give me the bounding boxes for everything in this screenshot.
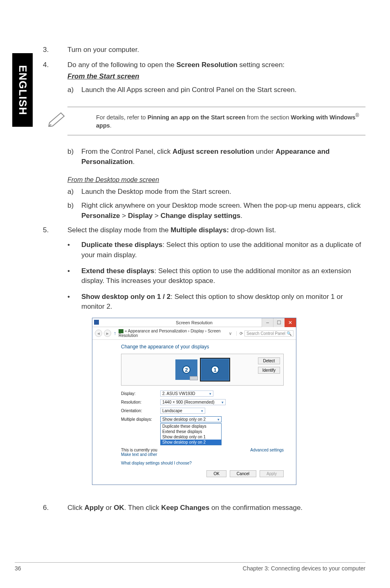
option-only-2[interactable]: Show desktop only on 2 <box>161 440 221 445</box>
note-box: For details, refer to Pinning an app on … <box>67 107 365 136</box>
window-buttons: – ☐ ✕ <box>262 318 296 327</box>
text: > <box>120 212 128 220</box>
back-button[interactable]: ◄ <box>95 330 102 337</box>
option-only-1[interactable]: Show desktop only on 1 <box>161 434 221 440</box>
select-resolution[interactable]: 1440 × 900 (Recommended)▾ <box>160 399 226 405</box>
term: Screen Resolution <box>177 61 238 69</box>
dialog-buttons: OK Cancel Apply <box>121 470 284 477</box>
substep-label: a) <box>67 187 81 197</box>
term: OK <box>114 504 124 512</box>
step-number: 5. <box>43 225 67 236</box>
term: Apply <box>85 504 104 512</box>
step-body: Click Apply or OK. Then click Keep Chang… <box>67 503 365 513</box>
label-multiple: Multiple displays: <box>121 417 160 422</box>
select-display[interactable]: 2. ASUS VW193D▾ <box>160 391 213 397</box>
apply-button[interactable]: Apply <box>260 470 284 477</box>
multiple-displays-dropdown: Duplicate these displays Extend these di… <box>160 423 222 445</box>
row-multiple-displays: Multiple displays: Show desktop only on … <box>121 416 284 422</box>
row-display: Display: 2. ASUS VW193D▾ <box>121 391 284 397</box>
text: > <box>152 212 160 220</box>
chevron-down-icon: ▾ <box>201 409 203 413</box>
label-display: Display: <box>121 391 160 396</box>
term: Extend these displays <box>81 267 155 275</box>
page-number: 36 <box>15 565 21 572</box>
refresh-button[interactable]: ⟳ <box>236 331 243 336</box>
close-button[interactable]: ✕ <box>285 318 296 327</box>
breadcrumb-text: « Appearance and Personalization › Displ… <box>119 329 221 338</box>
link-help[interactable]: What display settings should I choose? <box>121 461 284 465</box>
monitor-number: 2 <box>182 366 191 374</box>
text: on the confirmation message. <box>209 504 303 512</box>
maximize-button[interactable]: ☐ <box>273 318 285 327</box>
step-body: Select the display mode from the Multipl… <box>67 225 365 236</box>
option-duplicate[interactable]: Duplicate these displays <box>161 424 221 429</box>
select-value: 1440 × 900 (Recommended) <box>162 400 215 404</box>
body-heading: Change the appearance of your displays <box>121 344 284 350</box>
breadcrumb[interactable]: « Appearance and Personalization › Displ… <box>119 329 226 338</box>
select-value: Show desktop only on 2 <box>162 417 206 422</box>
search-input[interactable]: Search Control Panel🔍 <box>244 330 294 337</box>
chevron-down-icon: ▾ <box>209 392 211 396</box>
text: drop-down list. <box>229 226 276 234</box>
step-number: 6. <box>43 503 67 513</box>
substep-label: b) <box>67 147 81 167</box>
bullet-show-only: • Show desktop only on 1 / 2: Select thi… <box>67 292 365 312</box>
note-text: from the section <box>245 114 291 120</box>
term: Change display settings <box>161 212 241 220</box>
minimize-button[interactable]: – <box>262 318 273 327</box>
substep-text: From the Control Panel, click Adjust scr… <box>81 147 365 167</box>
note-text: . <box>110 122 112 129</box>
text: Right click anywhere on your Desktop mod… <box>81 202 361 209</box>
forward-button[interactable]: ► <box>104 330 111 337</box>
note-text: For details, refer to <box>96 114 148 120</box>
text: . Then click <box>124 504 161 512</box>
option-extend[interactable]: Extend these displays <box>161 429 221 434</box>
link-advanced-settings[interactable]: Advanced settings <box>250 448 284 457</box>
text: From the Control Panel, click <box>81 148 173 155</box>
language-label: ENGLISH <box>16 65 29 115</box>
text: This is currently you <box>121 448 157 452</box>
cancel-button[interactable]: Cancel <box>230 470 256 477</box>
monitor-2[interactable]: 2 <box>175 359 197 380</box>
substep-label: b) <box>67 201 81 221</box>
monitor-preview: 2 1 Detect Identify <box>121 354 284 386</box>
step-body: Do any of the following to open the Scre… <box>67 60 365 99</box>
reg-mark: ® <box>356 112 359 118</box>
link-make-text[interactable]: Make text and other <box>121 452 157 457</box>
text: Click <box>67 504 85 512</box>
select-orientation[interactable]: Landscape▾ <box>160 408 205 414</box>
select-value: 2. ASUS VW193D <box>162 391 195 396</box>
breadcrumb-dropdown[interactable]: v <box>228 331 233 336</box>
window-titlebar: Screen Resolution – ☐ ✕ <box>92 318 296 327</box>
pencil-icon <box>47 110 68 127</box>
page-footer: 36 Chapter 3: Connecting devices to your… <box>15 562 365 572</box>
term: Multiple displays: <box>170 226 229 234</box>
step-5: 5. Select the display mode from the Mult… <box>43 225 365 236</box>
identify-button[interactable]: Identify <box>258 367 280 374</box>
page-content: 3. Turn on your computer. 4. Do any of t… <box>43 45 365 518</box>
label-orientation: Orientation: <box>121 408 160 413</box>
monitor-1[interactable]: 1 <box>201 359 229 381</box>
substep-text: Launch the All Apps screen and pin Contr… <box>81 85 365 95</box>
step-6: 6. Click Apply or OK. Then click Keep Ch… <box>43 503 365 513</box>
subheading-desktop-mode: From the Desktop mode screen <box>67 176 365 184</box>
select-multiple[interactable]: Show desktop only on 2▾ <box>160 416 222 422</box>
ok-button[interactable]: OK <box>206 470 226 477</box>
bullet-dot: • <box>67 292 81 312</box>
substep-desktop-a: a) Launch the Desktop mode from the Star… <box>67 187 365 197</box>
note-term: apps <box>96 122 110 129</box>
detect-button[interactable]: Detect <box>258 357 280 364</box>
truncated-text: This is currently you Make text and othe… <box>121 448 157 457</box>
preview-side-buttons: Detect Identify <box>258 357 280 374</box>
term: Show desktop only on 1 / 2 <box>81 293 170 301</box>
search-icon: 🔍 <box>287 331 291 336</box>
bullet-extend: • Extend these displays: Select this opt… <box>67 266 365 286</box>
chevron-down-icon: ▾ <box>217 417 220 422</box>
term: Duplicate these displays <box>81 241 162 249</box>
up-button[interactable]: ↑ <box>113 330 117 336</box>
term: Adjust screen resolution <box>173 148 254 155</box>
text: under <box>254 148 276 155</box>
address-bar: ◄ ► ↑ « Appearance and Personalization ›… <box>92 327 296 340</box>
substep-text: Launch the Desktop mode from the Start s… <box>81 187 365 197</box>
note-term: Pinning an app on the Start screen <box>148 114 245 120</box>
